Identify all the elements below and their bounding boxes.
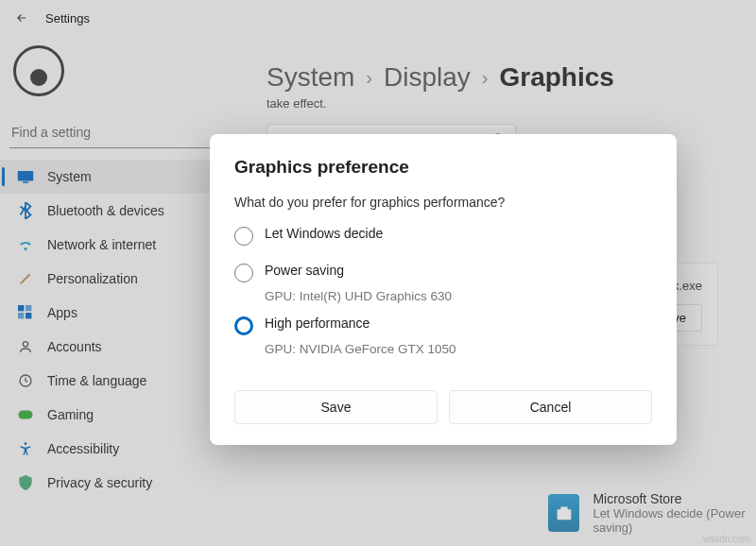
- radio-high-performance[interactable]: High performance: [234, 313, 652, 338]
- radio-label: High performance: [265, 316, 369, 331]
- dialog-question: What do you prefer for graphics performa…: [234, 195, 652, 210]
- cancel-button[interactable]: Cancel: [449, 390, 652, 424]
- gpu-sub-high: GPU: NVIDIA GeForce GTX 1050: [265, 342, 652, 356]
- radio-icon: [234, 264, 253, 282]
- radio-label: Power saving: [265, 263, 344, 278]
- radio-power-saving[interactable]: Power saving: [234, 260, 652, 285]
- radio-label: Let Windows decide: [265, 226, 383, 241]
- gpu-sub-power: GPU: Intel(R) UHD Graphics 630: [265, 289, 652, 303]
- radio-let-windows-decide[interactable]: Let Windows decide: [234, 223, 652, 248]
- watermark: wsxdn.com: [703, 534, 750, 544]
- radio-icon: [234, 227, 253, 246]
- save-button[interactable]: Save: [234, 390, 438, 424]
- radio-icon-selected: [234, 316, 253, 335]
- dialog-title: Graphics preference: [234, 157, 652, 178]
- graphics-preference-dialog: Graphics preference What do you prefer f…: [210, 134, 677, 445]
